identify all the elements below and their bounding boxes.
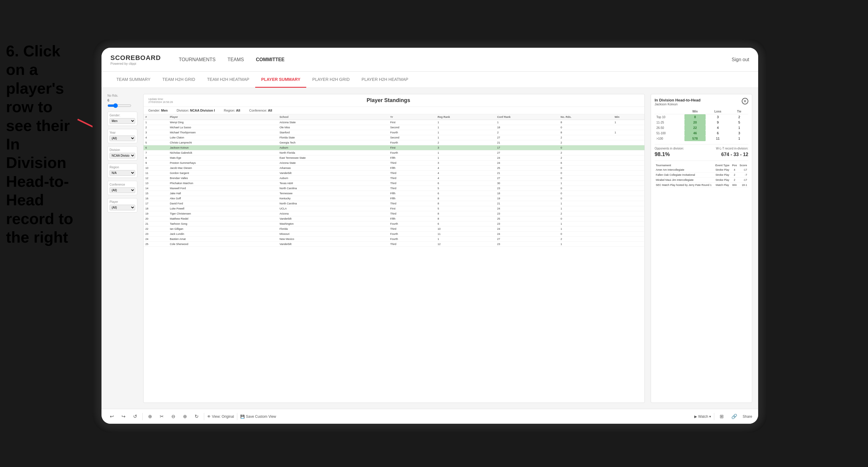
cell-player: Tiger Christensen: [168, 211, 278, 216]
tab-player-summary[interactable]: PLAYER SUMMARY: [255, 72, 306, 88]
conference-select[interactable]: (All): [110, 187, 135, 193]
tab-player-h2h-heatmap[interactable]: PLAYER H2H HEATMAP: [355, 72, 414, 88]
h2h-col-tie: Tie: [730, 109, 748, 114]
table-row[interactable]: 21 Taehoon Song Washington Fourth 6 23 1: [144, 221, 645, 226]
table-row[interactable]: 11 Gordon Sargent Vanderbilt Third 4 21 …: [144, 171, 645, 176]
redo-button[interactable]: ↪: [119, 412, 128, 421]
table-row[interactable]: 1 Wenyi Ding Arizona State First 1 1 8 1: [144, 120, 645, 125]
tournament-row: Amer Am Intercollegiate Stroke Play 4 -1…: [655, 167, 748, 173]
tab-team-summary[interactable]: TEAM SUMMARY: [111, 72, 156, 88]
instruction-text: 6. Click on a player's row to see their …: [0, 36, 87, 252]
grid-button[interactable]: ⊞: [717, 412, 726, 421]
cell-rank: 4: [144, 135, 168, 140]
col-reg-rank: Reg Rank: [436, 114, 495, 120]
cell-school: Stanford: [278, 130, 389, 135]
table-row[interactable]: 16 Alex Goff Kentucky Fifth 8 19 0: [144, 196, 645, 201]
cell-conf: 23: [495, 221, 559, 226]
cell-reg: 6: [436, 181, 495, 186]
table-row[interactable]: 17 David Ford North Carolina Third 8 21 …: [144, 201, 645, 206]
h2h-cell-win: 578: [684, 136, 706, 141]
t-cell-score: 18-1: [738, 183, 748, 188]
h2h-cell-win: 8: [684, 114, 706, 120]
table-row[interactable]: 9 Preston Summerhays Arizona State Third…: [144, 160, 645, 166]
add-button[interactable]: ⊕: [181, 412, 189, 421]
reset-button[interactable]: ↻: [192, 412, 201, 421]
h2h-close-button[interactable]: ✕: [742, 98, 748, 104]
wlt-label: W-L-T record in-division:: [716, 147, 748, 150]
cell-reg: 3: [436, 160, 495, 166]
view-original-button[interactable]: 👁 View: Original: [207, 414, 234, 419]
no-rds-value: 6: [107, 98, 137, 102]
nav-teams[interactable]: TEAMS: [227, 56, 244, 64]
cell-win: [613, 231, 645, 237]
cell-win: [613, 237, 645, 242]
table-row[interactable]: 20 Matthew Riedel Vanderbilt Fifth 8 25 …: [144, 216, 645, 221]
year-select[interactable]: (All): [110, 135, 135, 141]
table-row[interactable]: 14 Maxwell Ford North Carolina Third 5 2…: [144, 186, 645, 191]
tab-player-h2h-grid[interactable]: PLAYER H2H GRID: [306, 72, 355, 88]
share-button[interactable]: 🔗: [729, 412, 740, 421]
table-row[interactable]: 2 Michael La Sasso Ole Miss Second 1 18 …: [144, 125, 645, 130]
h2h-cell-tie: 5: [730, 120, 748, 125]
table-row[interactable]: 10 Jacob Mac Diesen Arkansas Fifth 4 25 …: [144, 166, 645, 171]
region-label: Region: [110, 166, 135, 169]
cell-player: Gordon Sargent: [168, 171, 278, 176]
table-row[interactable]: 18 Luke Powell UCLA First 5 24 1: [144, 206, 645, 211]
cell-reg: 6: [436, 221, 495, 226]
sub-nav: TEAM SUMMARY TEAM H2H GRID TEAM H2H HEAT…: [101, 72, 758, 88]
division-select[interactable]: NCAA Division I: [110, 153, 135, 158]
nav-tournaments[interactable]: TOURNAMENTS: [179, 56, 216, 64]
table-row[interactable]: 12 Brendan Valles Auburn Third 4 27 0: [144, 176, 645, 181]
no-rds-section: No Rds. 6: [107, 94, 137, 108]
cell-player: Wenyi Ding: [168, 120, 278, 125]
cell-win: [613, 155, 645, 160]
cell-rds: 1: [559, 242, 613, 247]
cell-win: [613, 145, 645, 150]
table-row[interactable]: 3 Michael Thorbjornsen Stanford Fourth 1…: [144, 130, 645, 135]
table-row[interactable]: 13 Phichaksn Maichon Texas A&M Third 6 3…: [144, 181, 645, 186]
table-row[interactable]: 8 Mats Ege East Tennessee State Fifth 1 …: [144, 155, 645, 160]
share-label[interactable]: Share: [743, 414, 752, 419]
cell-reg: 11: [436, 231, 495, 237]
cell-win: [613, 191, 645, 196]
sign-out-button[interactable]: Sign out: [732, 57, 749, 62]
zoom-in-button[interactable]: ⊕: [146, 412, 154, 421]
t-col-tournament: Tournament: [655, 163, 714, 167]
watch-button[interactable]: ▶ Watch ▾: [694, 414, 711, 419]
region-select[interactable]: N/A: [110, 170, 135, 176]
tab-team-h2h-heatmap[interactable]: TEAM H2H HEATMAP: [201, 72, 255, 88]
h2h-cell-loss: 4: [706, 125, 730, 130]
cell-school: Georgia Tech: [278, 140, 389, 145]
opponents-label: Opponents in division:: [655, 147, 684, 150]
save-custom-view-button[interactable]: 💾 Save Custom View: [240, 414, 276, 419]
cell-rds: 2: [559, 211, 613, 216]
cell-reg: 1: [436, 237, 495, 242]
player-select[interactable]: (All): [110, 205, 135, 210]
tournament-section: Tournament Event Type Pos Score Amer Am …: [655, 160, 748, 188]
table-row[interactable]: 19 Tiger Christensen Arizona Third 8 23 …: [144, 211, 645, 216]
cell-player: Brendan Valles: [168, 176, 278, 181]
cut-button[interactable]: ✂: [157, 412, 166, 421]
h2h-cell-tie: 2: [730, 114, 748, 120]
table-row[interactable]: 7 Nicholas Gabrelcik North Florida Fourt…: [144, 150, 645, 155]
zoom-out-button[interactable]: ⊖: [169, 412, 178, 421]
table-row[interactable]: 23 Jack Lundin Missouri Fourth 11 24 0: [144, 231, 645, 237]
table-row[interactable]: 6 Jackson Koivun Auburn First 3 17 0: [144, 145, 645, 150]
gender-select[interactable]: Men: [110, 118, 135, 124]
tab-team-h2h-grid[interactable]: TEAM H2H GRID: [156, 72, 201, 88]
table-row[interactable]: 25 Cole Sherwood Vanderbilt Third 12 23 …: [144, 242, 645, 247]
table-row[interactable]: 4 Luke Claton Florida State Second 1 27 …: [144, 135, 645, 140]
nav-committee[interactable]: COMMITTEE: [256, 56, 284, 64]
no-rds-slider[interactable]: [107, 103, 137, 108]
cell-conf: 27: [495, 237, 559, 242]
table-row[interactable]: 22 Ian Gilligan Florida Third 10 24 1: [144, 226, 645, 231]
cell-win: [613, 171, 645, 176]
refresh-button[interactable]: ↺: [131, 412, 140, 421]
table-row[interactable]: 15 Jake Hall Tennessee Fifth 6 18 0: [144, 191, 645, 196]
tournament-row: Mirabel Maui Jim Intercollegiate Stroke …: [655, 178, 748, 183]
undo-button[interactable]: ↩: [107, 412, 116, 421]
h2h-title: In Division Head-to-Head: [655, 98, 701, 102]
table-row[interactable]: 24 Bastien Amat New Mexico Fourth 1 27 2: [144, 237, 645, 242]
table-row[interactable]: 5 Christo Lamprecht Georgia Tech Fourth …: [144, 140, 645, 145]
division-label: Division: [110, 148, 135, 152]
